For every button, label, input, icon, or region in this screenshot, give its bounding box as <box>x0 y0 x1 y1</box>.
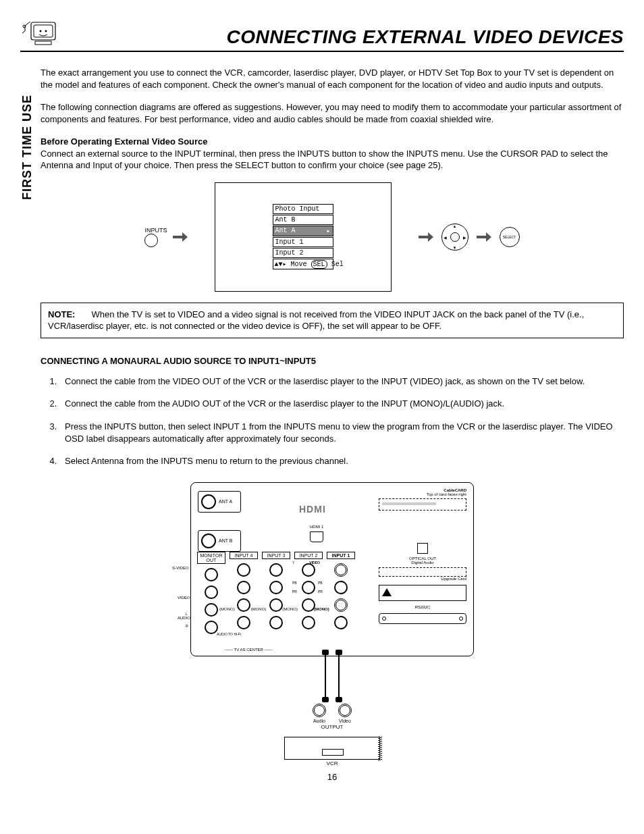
video-row-label: VIDEO <box>178 596 190 600</box>
side-tab: FIRST TIME USE <box>20 95 34 200</box>
ant-b-port: ANT B <box>198 530 241 552</box>
optical-out-label: OPTICAL OUTDigital Audio <box>379 556 466 565</box>
caution-box <box>379 585 466 601</box>
cablecard-slot-icon <box>379 498 466 511</box>
step-item: Select Antenna from the INPUTS menu to r… <box>59 455 624 467</box>
hdmi1-label: HDMI 1 <box>310 525 323 529</box>
vcr-label: VCR <box>190 761 474 766</box>
osd-item: Input 2 <box>273 248 333 258</box>
note-text: When the TV is set to VIDEO and a video … <box>48 309 584 332</box>
output-label: OUTPUT <box>190 725 474 730</box>
svg-rect-4 <box>35 41 51 45</box>
inputs-diagram: INPUTS Photo Input Ant B Ant A▸ Input 1 … <box>41 182 624 292</box>
col-header: INPUT 2 <box>294 552 323 559</box>
osd-screen: Photo Input Ant B Ant A▸ Input 1 Input 2… <box>215 182 392 292</box>
note-label: NOTE: <box>48 309 75 319</box>
step-item: Connect the cable from the AUDIO OUT of … <box>59 398 624 410</box>
hdmi-logo: HDMI <box>299 504 326 514</box>
col-header: INPUT 3 <box>262 552 290 559</box>
cables-icon <box>190 652 474 700</box>
section-title: CONNECTING A MONAURAL AUDIO SOURCE TO IN… <box>41 356 624 366</box>
cablecard-label: CableCARDTop of card faces right <box>379 488 466 496</box>
note-box: NOTE:When the TV is set to VIDEO and a v… <box>41 303 624 338</box>
select-button-icon: SELECT <box>500 227 520 247</box>
intro-paragraph-2: The following connection diagrams are of… <box>41 101 624 125</box>
optical-out-port-icon <box>417 543 428 554</box>
svg-point-3 <box>45 30 47 32</box>
y-video-labels: Y VIDEO <box>292 561 320 565</box>
rs232c-label: RS232C <box>379 605 466 609</box>
audio-r-label: R <box>186 625 188 628</box>
svg-rect-1 <box>34 25 53 37</box>
rs232c-port-icon <box>379 613 466 624</box>
upgrade-card-label: Upgrade Card <box>379 577 466 581</box>
ant-a-port: ANT A <box>198 491 241 513</box>
inputs-button-label: INPUTS <box>144 227 167 234</box>
mono-labels: (MONO) (MONO) (MONO) (MONO) <box>219 607 329 611</box>
osd-item: Photo Input <box>273 204 333 214</box>
col-header: MONITOR OUT <box>197 552 225 564</box>
col-header: INPUT 4 <box>230 552 258 559</box>
page-title: CONNECTING EXTERNAL VIDEO DEVICES <box>226 26 624 48</box>
backpanel-diagram: ANT A ANT B HDMI HDMI 1 MONITOR OUT INPU… <box>190 482 474 766</box>
upgrade-card-slot-icon <box>379 567 466 577</box>
before-operating-text: Connect an external source to the INPUT … <box>41 148 624 172</box>
audio-to-hifi-label: AUDIO TO Hi-Fi <box>217 633 241 636</box>
arrow-right-icon <box>477 234 491 240</box>
hdmi1-port-icon <box>310 531 323 542</box>
osd-item-selected: Ant A▸ <box>273 226 333 236</box>
cursor-pad-icon: ▲ ▼ ◀ ▶ <box>441 224 468 251</box>
arrow-right-icon <box>173 234 188 240</box>
pb-pr-labels-col5: PBPR <box>318 581 323 594</box>
page-number: 16 <box>41 772 624 782</box>
intro-paragraph-1: The exact arrangement you use to connect… <box>41 67 624 90</box>
osd-item: Ant B <box>273 215 333 225</box>
audio-row-label: AUDIO <box>178 616 190 620</box>
before-operating-heading: Before Operating External Video Source <box>41 136 624 148</box>
osd-item: Input 1 <box>273 237 333 247</box>
steps-list: Connect the cable from the VIDEO OUT of … <box>41 375 624 467</box>
osd-help-line: ▲▼▸ Move SEL Sel <box>273 259 333 269</box>
vcr-icon <box>284 737 380 760</box>
manual-mascot-icon <box>20 17 61 48</box>
arrow-right-icon <box>419 234 433 240</box>
tv-as-center-label: —— TV AS CENTER —— <box>225 648 273 652</box>
col-header-input1: INPUT 1 <box>327 552 355 559</box>
pb-pr-labels-col4: PBPR <box>292 581 297 594</box>
vcr-audio-out: Audio <box>313 704 326 723</box>
step-item: Connect the cable from the VIDEO OUT of … <box>59 375 624 388</box>
svideo-label: S-VIDEO <box>172 566 189 570</box>
audio-l-label: L <box>186 613 188 616</box>
svg-point-2 <box>40 30 42 32</box>
step-item: Press the INPUTS button, then select INP… <box>59 421 624 444</box>
inputs-button-icon <box>144 234 158 247</box>
vcr-video-out: Video <box>338 704 352 723</box>
